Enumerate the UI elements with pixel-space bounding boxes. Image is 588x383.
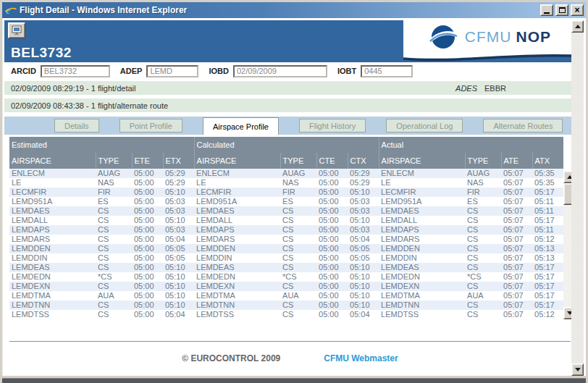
ades-value: EBBR — [484, 84, 506, 93]
cell-type: AUA — [465, 291, 501, 300]
browser-window: e Flight Detail - Windows Internet Explo… — [0, 0, 588, 383]
iobd-input[interactable] — [233, 65, 327, 77]
group-header-actual: Actual — [379, 137, 563, 153]
cell-cte: 05:00 — [316, 282, 348, 291]
arrow-down-icon — [575, 368, 581, 371]
cell-ate: 05:07 — [501, 178, 532, 188]
cell-type: CS — [280, 310, 316, 319]
logo-wave-graphic — [403, 52, 571, 62]
tab-point-profile[interactable]: Point Profile — [119, 119, 182, 132]
cell-cte: 05:00 — [316, 216, 348, 225]
window-title: Flight Detail - Windows Internet Explore… — [20, 5, 538, 15]
table-row[interactable]: LEMDTSSCS05:0005:04LEMDTSSCS05:0005:04LE… — [9, 310, 563, 319]
cfmu-webmaster-link[interactable]: CFMU Webmaster — [324, 353, 398, 363]
cell-type: CS — [96, 263, 132, 272]
cell-airspace: LEMDAES — [9, 206, 96, 216]
window-scroll-up-button[interactable] — [571, 20, 584, 33]
table-row[interactable]: LEMDEDN*CS05:0005:10LEMDEDN*CS05:0005:10… — [9, 272, 563, 282]
cell-type: CS — [280, 253, 316, 263]
cell-type: CS — [465, 300, 501, 310]
cell-cte: 05:00 — [316, 310, 348, 319]
cell-atx: 05:17 — [532, 216, 563, 225]
column-header-airspace: AIRSPACE — [9, 153, 96, 169]
close-button[interactable]: × — [571, 4, 584, 16]
monitor-icon — [11, 25, 22, 36]
table-row[interactable]: LEMDDINCS05:0005:05LEMDDINCS05:0005:05LE… — [9, 253, 563, 263]
cell-airspace: LEMDDIN — [379, 253, 465, 263]
table-row[interactable]: LEMDEASCS05:0005:10LEMDEASCS05:0005:10LE… — [9, 263, 563, 272]
airspace-profile-table-zone: EstimatedCalculatedActualAIRSPACETYPEETE… — [4, 137, 571, 319]
table-row[interactable]: LEMD951AES05:0005:03LEMD951AES05:0005:03… — [9, 197, 563, 206]
cell-airspace: LEMDALL — [9, 216, 96, 225]
cell-airspace: LEMDARS — [9, 235, 96, 244]
tab-alternate-routes[interactable]: Alternate Routes — [483, 119, 563, 132]
cell-airspace: LEMDTMA — [194, 291, 280, 300]
cell-atx: 05:11 — [532, 197, 563, 206]
table-row[interactable]: LEMDAESCS05:0005:03LEMDAESCS05:0005:03LE… — [9, 206, 563, 216]
cell-type: NAS — [465, 178, 501, 188]
cell-etx: 05:10 — [163, 263, 194, 272]
tab-flight-history[interactable]: Flight History — [299, 119, 366, 132]
group-header-estimated: Estimated — [9, 137, 194, 153]
cell-atx: 05:17 — [532, 272, 563, 282]
table-row[interactable]: LENAS05:0005:29LENAS05:0005:29LENAS05:07… — [9, 178, 563, 188]
window-scroll-down-button[interactable] — [571, 363, 584, 376]
cell-ate: 05:07 — [501, 291, 532, 300]
table-row[interactable]: LEMDDENCS05:0005:05LEMDDENCS05:0005:05LE… — [9, 244, 563, 253]
cell-type: FIR — [96, 188, 132, 197]
adep-input[interactable] — [146, 65, 198, 77]
cell-ete: 05:00 — [132, 282, 163, 291]
cell-airspace: LE — [379, 178, 465, 188]
iobt-input[interactable] — [361, 65, 413, 77]
cell-ete: 05:00 — [132, 225, 163, 235]
tab-operational-log[interactable]: Operational Log — [386, 119, 463, 132]
cell-airspace: LEMDALL — [379, 216, 465, 225]
cell-airspace: LEMD951A — [379, 197, 465, 206]
table-row[interactable]: LEMDARSCS05:0005:04LEMDARSCS05:0005:04LE… — [9, 235, 563, 244]
table-row[interactable]: LECMFIRFIR05:0005:10LECMFIRFIR05:0005:10… — [9, 188, 563, 197]
tab-airspace-profile[interactable]: Airspace Profile — [203, 117, 279, 135]
table-row[interactable]: LEMDEXNCS05:0005:10LEMDEXNCS05:0005:10LE… — [9, 282, 563, 291]
open-new-window-button[interactable] — [8, 22, 25, 38]
cell-airspace: LEMDTSS — [379, 310, 465, 319]
cell-type: CS — [280, 300, 316, 310]
cell-airspace: LEMD951A — [194, 197, 280, 206]
cell-type: CS — [280, 244, 316, 253]
cell-ctx: 05:03 — [348, 206, 379, 216]
column-header-type: TYPE — [96, 153, 132, 169]
cell-type: CS — [465, 253, 501, 263]
cell-type: AUA — [96, 291, 132, 300]
table-row[interactable]: LEMDTNNCS05:0005:10LEMDTNNCS05:0005:10LE… — [9, 300, 563, 310]
cell-cte: 05:00 — [316, 235, 348, 244]
cell-ctx: 05:10 — [348, 216, 379, 225]
cell-airspace: LEMDDIN — [194, 253, 280, 263]
cell-airspace: LE — [9, 178, 96, 188]
cell-type: CS — [96, 282, 132, 291]
cell-type: *CS — [96, 272, 132, 282]
arcid-input[interactable] — [41, 65, 110, 77]
window-scrollbar[interactable] — [571, 20, 584, 376]
table-row[interactable]: LEMDALLCS05:0005:10LEMDALLCS05:0005:10LE… — [9, 216, 563, 225]
cell-type: CS — [280, 216, 316, 225]
table-row[interactable]: LEMDAPSCS05:0005:03LEMDAPSCS05:0005:03LE… — [9, 225, 563, 235]
cell-airspace: LEMDTMA — [9, 291, 96, 300]
cell-ete: 05:00 — [132, 244, 163, 253]
table-row[interactable]: ENLECMAUAG05:0005:29ENLECMAUAG05:0005:29… — [9, 169, 563, 178]
cell-airspace: LEMDEDN — [9, 272, 96, 282]
cell-airspace: LEMDAES — [194, 206, 280, 216]
cell-ate: 05:07 — [501, 310, 532, 319]
table-row[interactable]: LEMDTMAAUA05:0005:10LEMDTMAAUA05:0005:10… — [9, 291, 563, 300]
cell-etx: 05:03 — [163, 197, 194, 206]
column-header-etx: ETX — [163, 153, 194, 169]
tab-details[interactable]: Details — [54, 119, 99, 132]
cell-airspace: LECMFIR — [194, 188, 280, 197]
cell-airspace: LEMDEAS — [194, 263, 280, 272]
minimize-button[interactable] — [540, 4, 553, 16]
maximize-button[interactable] — [555, 4, 568, 16]
title-bar[interactable]: e Flight Detail - Windows Internet Explo… — [2, 2, 586, 18]
cell-ate: 05:07 — [501, 235, 532, 244]
cell-etx: 05:10 — [163, 300, 194, 310]
cell-etx: 05:10 — [163, 291, 194, 300]
form-row: ARCIDADEPIOBDIOBT — [4, 62, 571, 80]
cell-airspace: LEMDEDN — [379, 272, 465, 282]
